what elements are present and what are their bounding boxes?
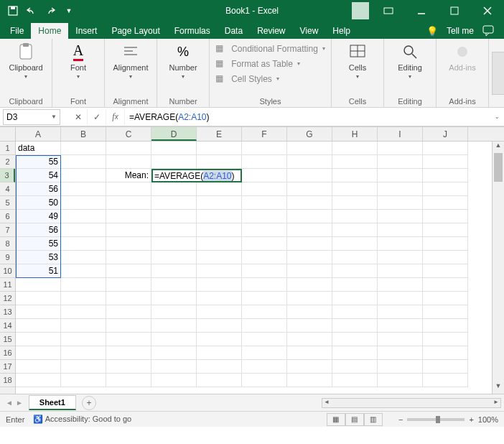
cell-D1[interactable] <box>151 142 197 155</box>
cell-A6[interactable]: 49 <box>16 210 61 223</box>
cell-I11[interactable] <box>378 278 423 292</box>
cell-A16[interactable] <box>16 346 61 360</box>
cell-B15[interactable] <box>61 333 106 346</box>
cell-E16[interactable] <box>197 346 242 360</box>
cell-B18[interactable] <box>61 374 106 387</box>
tab-view[interactable]: View <box>293 23 326 39</box>
cell-J14[interactable] <box>423 319 468 333</box>
cell-F17[interactable] <box>242 360 287 374</box>
cell-F8[interactable] <box>242 237 287 251</box>
cell-B7[interactable] <box>61 223 106 237</box>
cell-F9[interactable] <box>242 251 287 264</box>
accessibility-status[interactable]: ♿ Accessibility: Good to go <box>33 415 131 424</box>
cell-I10[interactable] <box>378 264 423 278</box>
cell-A11[interactable] <box>16 278 61 292</box>
cell-B16[interactable] <box>61 346 106 360</box>
cell-F16[interactable] <box>242 346 287 360</box>
cell-H17[interactable] <box>332 360 378 374</box>
cell-A3[interactable]: 54 <box>16 169 61 182</box>
cell-C13[interactable] <box>106 305 151 319</box>
cell-J13[interactable] <box>423 305 468 319</box>
insert-function-button[interactable]: fx <box>106 109 125 125</box>
cell-G4[interactable] <box>287 182 332 196</box>
cell-D16[interactable] <box>151 346 197 360</box>
cell-C17[interactable] <box>106 360 151 374</box>
cell-G6[interactable] <box>287 210 332 223</box>
tab-formulas[interactable]: Formulas <box>167 23 218 39</box>
cell-D9[interactable] <box>151 251 197 264</box>
cell-F4[interactable] <box>242 182 287 196</box>
name-box[interactable]: D3 ▼ <box>3 109 60 125</box>
cells-button[interactable]: Cells ▾ <box>337 42 378 80</box>
cell-J3[interactable] <box>423 169 468 182</box>
tab-home[interactable]: Home <box>31 23 68 39</box>
cell-J2[interactable] <box>423 155 468 169</box>
cell-J7[interactable] <box>423 223 468 237</box>
cell-H16[interactable] <box>332 346 378 360</box>
row-9[interactable]: 9 <box>0 251 15 264</box>
row-16[interactable]: 16 <box>0 346 15 360</box>
sheet-nav[interactable]: ◄► <box>0 399 29 407</box>
cell-I8[interactable] <box>378 237 423 251</box>
cell-H9[interactable] <box>332 251 378 264</box>
cell-B12[interactable] <box>61 292 106 305</box>
cell-A14[interactable] <box>16 319 61 333</box>
cell-J11[interactable] <box>423 278 468 292</box>
cancel-formula-button[interactable]: ✕ <box>69 109 88 125</box>
zoom-level[interactable]: 100% <box>478 415 498 424</box>
cell-A12[interactable] <box>16 292 61 305</box>
col-H[interactable]: H <box>332 127 378 141</box>
cell-I9[interactable] <box>378 251 423 264</box>
cell-G9[interactable] <box>287 251 332 264</box>
col-J[interactable]: J <box>423 127 468 141</box>
cell-A18[interactable] <box>16 374 61 387</box>
cell-C15[interactable] <box>106 333 151 346</box>
cell-E18[interactable] <box>197 374 242 387</box>
cell-G17[interactable] <box>287 360 332 374</box>
alignment-button[interactable]: Alignment ▾ <box>111 42 151 80</box>
row-11[interactable]: 11 <box>0 278 15 292</box>
row-5[interactable]: 5 <box>0 196 15 210</box>
page-break-view-button[interactable]: ▥ <box>364 413 383 426</box>
cell-E8[interactable] <box>197 237 242 251</box>
paste-button[interactable]: Clipboard ▾ <box>6 42 46 80</box>
tell-me[interactable]: Tell me <box>445 23 475 39</box>
conditional-formatting-button[interactable]: ▦Conditional Formatting▾ <box>215 42 325 55</box>
cell-I4[interactable] <box>378 182 423 196</box>
cell-F18[interactable] <box>242 374 287 387</box>
cell-B9[interactable] <box>61 251 106 264</box>
tab-file[interactable]: File <box>3 23 31 39</box>
cells-area[interactable]: data5554Mean:56504956555351 =AVERAGE(A2:… <box>16 142 492 394</box>
cell-D4[interactable] <box>151 182 197 196</box>
cell-H3[interactable] <box>332 169 378 182</box>
cell-B6[interactable] <box>61 210 106 223</box>
cell-F15[interactable] <box>242 333 287 346</box>
cell-C10[interactable] <box>106 264 151 278</box>
cell-E1[interactable] <box>197 142 242 155</box>
cell-E10[interactable] <box>197 264 242 278</box>
cell-B1[interactable] <box>61 142 106 155</box>
scroll-thumb[interactable] <box>494 153 503 182</box>
row-15[interactable]: 15 <box>0 333 15 346</box>
minimize-button[interactable] <box>405 0 438 22</box>
close-button[interactable] <box>471 0 504 22</box>
scroll-down-icon[interactable]: ▼ <box>493 382 504 394</box>
zoom-in-button[interactable]: + <box>469 415 473 424</box>
cell-F7[interactable] <box>242 223 287 237</box>
cell-A15[interactable] <box>16 333 61 346</box>
row-1[interactable]: 1 <box>0 142 15 155</box>
cell-E17[interactable] <box>197 360 242 374</box>
cell-J15[interactable] <box>423 333 468 346</box>
cell-I15[interactable] <box>378 333 423 346</box>
row-18[interactable]: 18 <box>0 374 15 387</box>
cell-G18[interactable] <box>287 374 332 387</box>
cell-E6[interactable] <box>197 210 242 223</box>
col-G[interactable]: G <box>287 127 332 141</box>
cell-G7[interactable] <box>287 223 332 237</box>
cell-G1[interactable] <box>287 142 332 155</box>
cell-H6[interactable] <box>332 210 378 223</box>
addins-button[interactable]: Add-ins <box>442 42 482 72</box>
cell-D8[interactable] <box>151 237 197 251</box>
row-7[interactable]: 7 <box>0 223 15 237</box>
cell-A9[interactable]: 53 <box>16 251 61 264</box>
